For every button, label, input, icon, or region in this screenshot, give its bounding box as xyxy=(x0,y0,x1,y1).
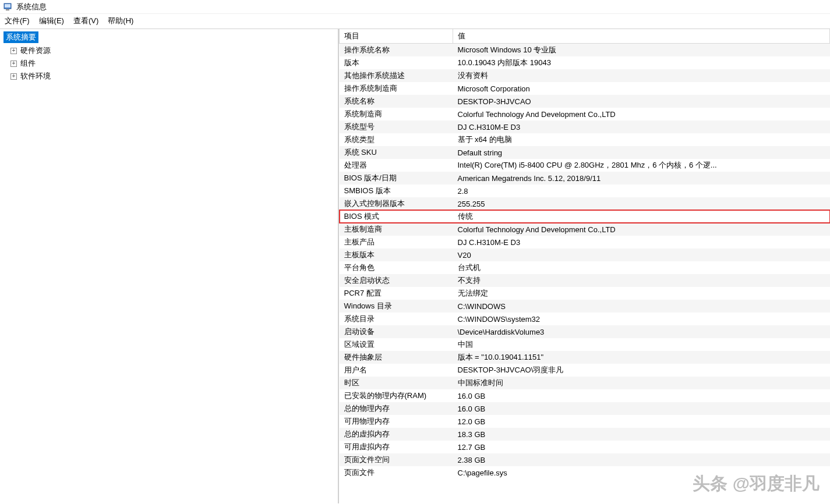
cell-value: Default string xyxy=(453,146,830,159)
table-row[interactable]: 系统型号DJ C.H310M-E D3 xyxy=(340,120,830,133)
table-row[interactable]: BIOS 模式传统 xyxy=(340,210,830,223)
cell-item: 系统类型 xyxy=(340,133,453,146)
cell-value: 基于 x64 的电脑 xyxy=(453,133,830,146)
table-row[interactable]: 操作系统制造商Microsoft Corporation xyxy=(340,82,830,95)
table-row[interactable]: 系统制造商Colorful Technology And Development… xyxy=(340,108,830,120)
cell-item: 硬件抽象层 xyxy=(340,351,453,364)
cell-value: 16.0 GB xyxy=(453,389,830,402)
table-row[interactable]: PCR7 配置无法绑定 xyxy=(340,287,830,300)
expand-icon[interactable]: + xyxy=(10,48,17,54)
cell-item: Windows 目录 xyxy=(340,300,453,313)
cell-item: BIOS 版本/日期 xyxy=(340,172,453,184)
cell-value: C:\WINDOWS\system32 xyxy=(453,313,830,325)
menu-file[interactable]: 文件(F) xyxy=(5,16,30,26)
tree-item[interactable]: +软件环境 xyxy=(3,71,334,81)
tree-item-label: 硬件资源 xyxy=(20,45,51,56)
svg-rect-1 xyxy=(5,4,10,8)
expand-icon[interactable]: + xyxy=(10,61,17,67)
cell-value: 台式机 xyxy=(453,261,830,274)
table-row[interactable]: 硬件抽象层版本 = "10.0.19041.1151" xyxy=(340,351,830,364)
table-row[interactable]: 版本10.0.19043 内部版本 19043 xyxy=(340,56,830,69)
cell-value: DJ C.H310M-E D3 xyxy=(453,236,830,249)
cell-item: 系统目录 xyxy=(340,313,453,325)
title-bar: 系统信息 xyxy=(0,0,830,14)
svg-rect-2 xyxy=(6,9,9,10)
table-row[interactable]: 可用物理内存12.0 GB xyxy=(340,415,830,428)
table-row[interactable]: 系统 SKUDefault string xyxy=(340,146,830,159)
table-row[interactable]: 主板产品DJ C.H310M-E D3 xyxy=(340,236,830,249)
cell-item: 时区 xyxy=(340,377,453,389)
cell-item: 页面文件 xyxy=(340,466,453,479)
cell-value: Microsoft Corporation xyxy=(453,82,830,95)
cell-value: 12.7 GB xyxy=(453,441,830,453)
col-header-item[interactable]: 项目 xyxy=(340,29,453,44)
cell-item: 主板产品 xyxy=(340,236,453,249)
cell-value: 18.3 GB xyxy=(453,428,830,441)
details-pane[interactable]: 项目 值 操作系统名称Microsoft Windows 10 专业版版本10.… xyxy=(339,29,830,503)
table-row[interactable]: 启动设备\Device\HarddiskVolume3 xyxy=(340,325,830,338)
cell-item: 系统名称 xyxy=(340,95,453,108)
cell-value: 不支持 xyxy=(453,274,830,287)
table-row[interactable]: 总的物理内存16.0 GB xyxy=(340,402,830,415)
table-row[interactable]: 总的虚拟内存18.3 GB xyxy=(340,428,830,441)
table-row[interactable]: 系统类型基于 x64 的电脑 xyxy=(340,133,830,146)
table-row[interactable]: 主板制造商Colorful Technology And Development… xyxy=(340,223,830,236)
cell-item: 平台角色 xyxy=(340,261,453,274)
cell-item: 已安装的物理内存(RAM) xyxy=(340,389,453,402)
table-row[interactable]: 已安装的物理内存(RAM)16.0 GB xyxy=(340,389,830,402)
tree-item[interactable]: +硬件资源 xyxy=(3,45,334,56)
tree-item-label: 软件环境 xyxy=(20,71,51,81)
window-title: 系统信息 xyxy=(16,2,47,12)
table-row[interactable]: SMBIOS 版本2.8 xyxy=(340,184,830,197)
table-row[interactable]: Windows 目录C:\WINDOWS xyxy=(340,300,830,313)
table-row[interactable]: 页面文件C:\pagefile.sys xyxy=(340,466,830,479)
cell-item: 总的虚拟内存 xyxy=(340,428,453,441)
cell-value: Colorful Technology And Development Co.,… xyxy=(453,223,830,236)
table-row[interactable]: 主板版本V20 xyxy=(340,249,830,261)
menu-view[interactable]: 查看(V) xyxy=(73,16,98,26)
table-row[interactable]: 嵌入式控制器版本255.255 xyxy=(340,197,830,210)
cell-item: BIOS 模式 xyxy=(340,210,453,223)
cell-value: 传统 xyxy=(453,210,830,223)
cell-value: DESKTOP-3HJVCAO xyxy=(453,95,830,108)
cell-item: 可用物理内存 xyxy=(340,415,453,428)
table-row[interactable]: 其他操作系统描述没有资料 xyxy=(340,69,830,82)
tree-item[interactable]: +组件 xyxy=(3,58,334,69)
cell-value: V20 xyxy=(453,249,830,261)
cell-value: 无法绑定 xyxy=(453,287,830,300)
app-icon xyxy=(3,2,13,12)
tree-root-system-summary[interactable]: 系统摘要 xyxy=(3,31,38,43)
cell-value: 没有资料 xyxy=(453,69,830,82)
expand-icon[interactable]: + xyxy=(10,73,17,80)
cell-value: DESKTOP-3HJVCAO\羽度非凡 xyxy=(453,364,830,377)
cell-value: Intel(R) Core(TM) i5-8400 CPU @ 2.80GHz，… xyxy=(453,159,830,172)
tree-pane[interactable]: 系统摘要 +硬件资源+组件+软件环境 xyxy=(0,29,339,503)
table-row[interactable]: BIOS 版本/日期American Megatrends Inc. 5.12,… xyxy=(340,172,830,184)
cell-item: SMBIOS 版本 xyxy=(340,184,453,197)
cell-value: DJ C.H310M-E D3 xyxy=(453,120,830,133)
table-row[interactable]: 页面文件空间2.38 GB xyxy=(340,453,830,466)
cell-value: 中国 xyxy=(453,338,830,351)
table-row[interactable]: 平台角色台式机 xyxy=(340,261,830,274)
table-row[interactable]: 安全启动状态不支持 xyxy=(340,274,830,287)
cell-item: PCR7 配置 xyxy=(340,287,453,300)
table-row[interactable]: 操作系统名称Microsoft Windows 10 专业版 xyxy=(340,44,830,57)
cell-value: 中国标准时间 xyxy=(453,377,830,389)
table-row[interactable]: 系统名称DESKTOP-3HJVCAO xyxy=(340,95,830,108)
cell-item: 嵌入式控制器版本 xyxy=(340,197,453,210)
table-row[interactable]: 可用虚拟内存12.7 GB xyxy=(340,441,830,453)
table-row[interactable]: 系统目录C:\WINDOWS\system32 xyxy=(340,313,830,325)
menu-help[interactable]: 帮助(H) xyxy=(108,16,133,26)
table-row[interactable]: 处理器Intel(R) Core(TM) i5-8400 CPU @ 2.80G… xyxy=(340,159,830,172)
cell-item: 可用虚拟内存 xyxy=(340,441,453,453)
cell-value: Microsoft Windows 10 专业版 xyxy=(453,44,830,57)
menu-bar: 文件(F) 编辑(E) 查看(V) 帮助(H) xyxy=(0,14,830,29)
col-header-value[interactable]: 值 xyxy=(453,29,830,44)
cell-value: 2.38 GB xyxy=(453,453,830,466)
table-row[interactable]: 时区中国标准时间 xyxy=(340,377,830,389)
content-area: 系统摘要 +硬件资源+组件+软件环境 项目 值 操作系统名称Microsoft … xyxy=(0,29,830,503)
menu-edit[interactable]: 编辑(E) xyxy=(39,16,64,26)
table-row[interactable]: 区域设置中国 xyxy=(340,338,830,351)
table-row[interactable]: 用户名DESKTOP-3HJVCAO\羽度非凡 xyxy=(340,364,830,377)
cell-item: 操作系统名称 xyxy=(340,44,453,57)
